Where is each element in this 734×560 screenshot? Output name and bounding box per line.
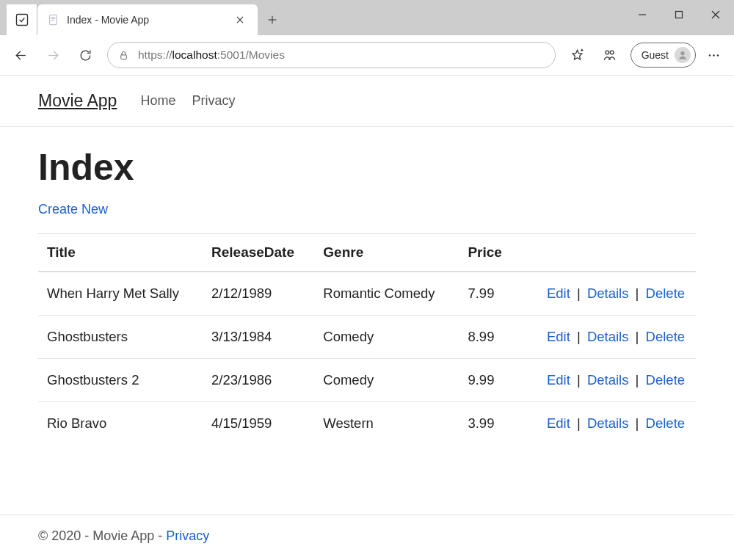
details-link[interactable]: Details (587, 372, 629, 388)
details-link[interactable]: Details (587, 286, 629, 301)
separator: | (570, 286, 587, 301)
tab-actions-button[interactable] (7, 4, 37, 35)
col-header-title: Title (38, 234, 203, 272)
window-minimize-button[interactable] (624, 0, 661, 29)
window-controls (624, 0, 734, 29)
cell-price: 9.99 (459, 359, 538, 402)
svg-rect-15 (121, 54, 127, 59)
cell-title: When Harry Met Sally (38, 272, 203, 316)
cell-release: 3/13/1984 (203, 316, 314, 359)
nav-back-button[interactable] (6, 40, 35, 70)
page-title: Index (38, 146, 696, 189)
cell-release: 2/12/1989 (203, 272, 314, 316)
lock-icon (118, 50, 129, 61)
page-favicon (48, 14, 59, 26)
col-header-genre: Genre (314, 234, 459, 272)
cell-title: Ghostbusters 2 (38, 359, 203, 402)
cell-genre: Romantic Comedy (314, 272, 459, 316)
profile-label: Guest (642, 49, 669, 61)
cell-actions: Edit | Details | Delete (538, 316, 696, 359)
details-link[interactable]: Details (587, 329, 629, 344)
svg-point-22 (713, 54, 715, 57)
separator: | (570, 329, 587, 344)
close-icon (235, 15, 245, 25)
reload-button[interactable] (70, 40, 100, 70)
url-host: localhost (172, 48, 217, 61)
svg-point-20 (680, 51, 684, 55)
details-link[interactable]: Details (587, 415, 629, 431)
cell-actions: Edit | Details | Delete (538, 272, 696, 316)
edit-link[interactable]: Edit (547, 372, 570, 388)
delete-link[interactable]: Delete (646, 329, 685, 344)
url-text: https://localhost:5001/Movies (138, 48, 285, 62)
cell-actions: Edit | Details | Delete (538, 359, 696, 402)
collections-button[interactable] (595, 40, 625, 70)
svg-point-23 (716, 54, 719, 57)
separator: | (628, 415, 645, 431)
table-header-row: Title ReleaseDate Genre Price (38, 234, 696, 272)
separator: | (570, 415, 587, 431)
separator: | (570, 372, 587, 388)
nav-link-privacy[interactable]: Privacy (192, 93, 235, 109)
tab-close-button[interactable] (230, 10, 250, 30)
cell-genre: Comedy (314, 316, 459, 359)
more-menu-button[interactable] (699, 40, 728, 70)
site-info-button[interactable] (118, 50, 129, 61)
arrow-left-icon (14, 48, 28, 62)
window-close-button[interactable] (697, 0, 734, 29)
tab-actions-icon (15, 12, 29, 27)
close-icon (711, 10, 720, 19)
browser-tab-active[interactable]: Index - Movie App (37, 4, 258, 35)
delete-link[interactable]: Delete (646, 415, 685, 431)
url-path: :5001/Movies (217, 48, 285, 61)
profile-button[interactable]: Guest (631, 43, 696, 68)
site-navbar: Movie App Home Privacy (0, 76, 734, 127)
page-content: Index Create New Title ReleaseDate Genre… (0, 127, 734, 445)
cell-genre: Comedy (314, 359, 459, 402)
browser-titlebar: Index - Movie App (0, 0, 734, 35)
delete-link[interactable]: Delete (646, 372, 685, 388)
nav-forward-button[interactable] (38, 40, 68, 70)
arrow-right-icon (46, 48, 60, 62)
svg-point-19 (610, 51, 614, 54)
col-header-price: Price (459, 234, 538, 272)
minimize-icon (638, 10, 647, 19)
delete-link[interactable]: Delete (646, 286, 685, 301)
cell-release: 2/23/1986 (203, 359, 314, 402)
svg-point-18 (606, 51, 609, 54)
tab-title: Index - Movie App (67, 14, 230, 26)
favorites-button[interactable] (563, 40, 592, 70)
separator: | (628, 329, 645, 344)
edit-link[interactable]: Edit (547, 286, 570, 301)
cell-genre: Western (314, 402, 459, 446)
table-row: Ghostbusters 3/13/1984 Comedy 8.99 Edit … (38, 316, 696, 359)
star-plus-icon (570, 48, 584, 62)
maximize-icon (675, 10, 683, 19)
table-row: Rio Bravo 4/15/1959 Western 3.99 Edit | … (38, 402, 696, 446)
svg-rect-1 (50, 15, 57, 24)
cell-actions: Edit | Details | Delete (538, 402, 696, 446)
footer-text: © 2020 - Movie App - (38, 528, 166, 543)
cell-release: 4/15/1959 (203, 402, 314, 446)
more-horizontal-icon (707, 48, 721, 62)
address-bar[interactable]: https://localhost:5001/Movies (107, 42, 556, 68)
titlebar-left-strip (0, 0, 7, 35)
nav-link-home[interactable]: Home (140, 93, 175, 109)
person-icon (677, 50, 688, 60)
reload-icon (79, 48, 92, 62)
separator: | (628, 286, 645, 301)
brand-link[interactable]: Movie App (38, 91, 117, 111)
window-maximize-button[interactable] (661, 0, 697, 29)
new-tab-button[interactable] (258, 4, 287, 35)
table-row: When Harry Met Sally 2/12/1989 Romantic … (38, 272, 696, 316)
create-new-link[interactable]: Create New (38, 202, 108, 217)
svg-point-21 (708, 54, 711, 57)
site-footer: © 2020 - Movie App - Privacy (0, 514, 734, 560)
col-header-actions (538, 234, 696, 272)
edit-link[interactable]: Edit (547, 415, 570, 431)
cell-price: 3.99 (459, 402, 538, 446)
col-header-release: ReleaseDate (203, 234, 314, 272)
footer-privacy-link[interactable]: Privacy (166, 528, 209, 543)
edit-link[interactable]: Edit (547, 329, 570, 344)
url-prefix: https:// (138, 48, 172, 61)
